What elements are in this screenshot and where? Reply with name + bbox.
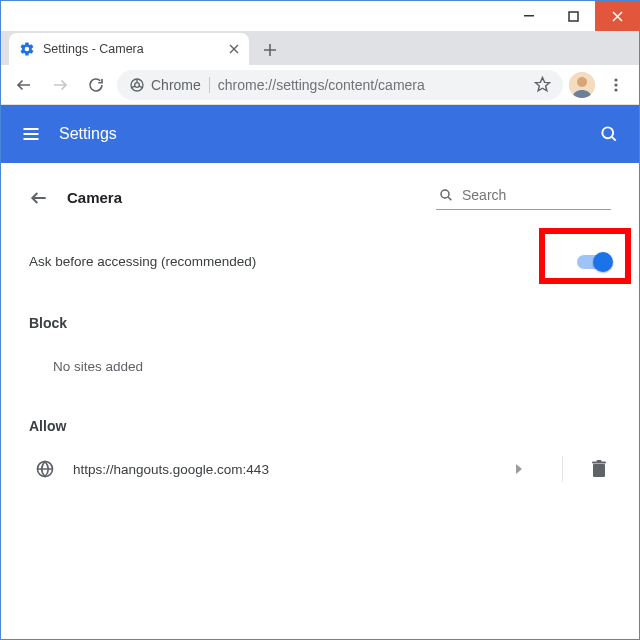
window-close-button[interactable] [595,1,639,31]
page-header: Camera [29,185,611,210]
svg-rect-1 [569,12,578,21]
tab-strip: Settings - Camera [1,31,639,65]
trash-icon[interactable] [591,460,607,478]
tab-close-icon[interactable] [229,44,239,54]
ask-label: Ask before accessing (recommended) [29,254,256,269]
svg-point-9 [614,88,617,91]
site-chip-label: Chrome [151,77,201,93]
chrome-icon [129,77,145,93]
svg-rect-15 [597,460,602,462]
toggle-knob [593,252,613,272]
tab-title: Settings - Camera [43,42,221,56]
window-minimize-button[interactable] [507,1,551,31]
svg-rect-0 [524,15,534,17]
gear-icon [19,41,35,57]
svg-rect-13 [593,464,605,477]
settings-search-input[interactable] [462,187,609,203]
hamburger-menu-icon[interactable] [21,124,41,144]
svg-marker-4 [535,77,549,90]
nav-back-button[interactable] [9,70,39,100]
appbar-search-icon[interactable] [599,124,619,144]
divider [562,456,563,482]
block-empty-text: No sites added [29,331,611,384]
block-section-title: Block [29,315,611,331]
search-icon [438,187,454,203]
globe-icon [35,459,55,479]
settings-search[interactable] [436,185,611,210]
site-info-chip[interactable]: Chrome [129,77,201,93]
svg-point-11 [441,190,449,198]
back-arrow-icon[interactable] [29,188,49,208]
profile-avatar[interactable] [569,72,595,98]
settings-content: Camera Ask before accessing (recommended… [1,163,639,639]
window-titlebar [1,1,639,31]
new-tab-button[interactable] [255,35,285,65]
nav-reload-button[interactable] [81,70,111,100]
svg-point-10 [602,127,613,138]
appbar-title: Settings [59,125,117,143]
svg-point-6 [577,77,587,87]
ask-toggle[interactable] [577,255,611,269]
divider [209,77,210,93]
bookmark-star-icon[interactable] [534,76,551,93]
url-text: chrome://settings/content/camera [218,77,425,93]
browser-toolbar: Chrome chrome://settings/content/camera [1,65,639,105]
allow-section-title: Allow [29,418,611,434]
settings-appbar: Settings [1,105,639,163]
allow-site-url: https://hangouts.google.com:443 [73,462,496,477]
page-title: Camera [67,189,122,206]
ask-before-accessing-row: Ask before accessing (recommended) [29,236,611,287]
chevron-right-icon[interactable] [514,463,534,475]
browser-window: Settings - Camera Chrome chrome://settin… [0,0,640,640]
browser-tab[interactable]: Settings - Camera [9,33,249,65]
svg-point-7 [614,78,617,81]
window-maximize-button[interactable] [551,1,595,31]
svg-point-8 [614,83,617,86]
nav-forward-button[interactable] [45,70,75,100]
allow-site-row[interactable]: https://hangouts.google.com:443 [29,434,611,482]
browser-menu-button[interactable] [601,70,631,100]
address-bar[interactable]: Chrome chrome://settings/content/camera [117,70,563,100]
svg-point-3 [135,82,140,87]
